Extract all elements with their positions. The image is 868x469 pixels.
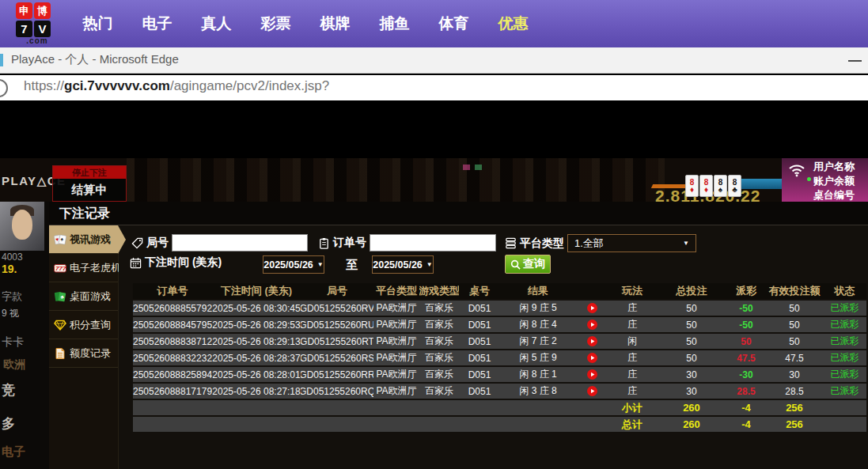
tag-icon bbox=[131, 237, 143, 249]
nav-item-优惠[interactable]: 优惠 bbox=[483, 0, 543, 47]
nav-item-真人[interactable]: 真人 bbox=[187, 0, 246, 47]
cell-result: 闲 3 庄 8 bbox=[500, 384, 576, 399]
summary-payout: -4 bbox=[726, 417, 766, 432]
cell-round-id: GD051255260RU bbox=[301, 317, 373, 332]
round-filter: 局号 bbox=[131, 234, 308, 252]
chevron-down-icon: ▼ bbox=[426, 261, 433, 268]
minimize-button[interactable] bbox=[848, 60, 862, 62]
clipboard-icon bbox=[318, 237, 330, 249]
table-row: 2505260888557922025-05-26 08:30:45GD0512… bbox=[133, 301, 866, 316]
table-row: 2505260888258942025-05-26 08:28:01GD0512… bbox=[133, 367, 866, 382]
table-row: 2505260888322322025-05-26 08:28:37GD0512… bbox=[133, 350, 866, 365]
nav-item-体育[interactable]: 体育 bbox=[424, 0, 483, 47]
game-status-box: 停止下注 结算中 bbox=[52, 165, 127, 202]
cell-empty bbox=[823, 417, 866, 432]
panel-title: 下注记录 bbox=[49, 202, 868, 225]
column-header: 总投注 bbox=[657, 283, 726, 299]
cell-empty bbox=[133, 417, 212, 432]
play-video-icon[interactable] bbox=[576, 350, 608, 365]
sidebar-item-桌面游戏[interactable]: ♣桌面游戏 bbox=[49, 282, 118, 311]
chevron-down-icon: ▼ bbox=[317, 261, 324, 268]
table-row: 2505260888387122025-05-26 08:29:13GD0512… bbox=[133, 334, 866, 349]
column-header: 有效投注额 bbox=[766, 283, 823, 299]
cell-empty bbox=[419, 400, 459, 415]
search-label: 查询 bbox=[523, 257, 545, 271]
cell-empty bbox=[133, 400, 212, 415]
slot-light-decor bbox=[475, 165, 482, 170]
sidebar-item-电子老虎机[interactable]: 777电子老虎机 bbox=[49, 254, 118, 282]
nav-item-电子[interactable]: 电子 bbox=[127, 0, 187, 47]
play-video-icon[interactable] bbox=[576, 367, 608, 382]
date-from-value: 2025/05/26 bbox=[263, 259, 313, 270]
logo-badge-shen: 申 bbox=[16, 2, 32, 19]
cell-result: 闲 7 庄 2 bbox=[500, 334, 576, 349]
order-input[interactable] bbox=[370, 234, 496, 252]
round-input[interactable] bbox=[172, 234, 308, 252]
nav-item-捕鱼[interactable]: 捕鱼 bbox=[365, 0, 424, 47]
search-icon bbox=[510, 259, 521, 270]
bet-time-label: 下注时间 (美东) bbox=[145, 255, 222, 270]
cell-valid-bet: 28.5 bbox=[766, 384, 823, 399]
account-label: 桌台编号 bbox=[813, 188, 855, 202]
account-label: 用户名称 bbox=[813, 160, 855, 174]
cell-valid-bet: 47.5 bbox=[766, 350, 823, 365]
round-label: 局号 bbox=[146, 236, 169, 250]
sidebar-item-积分查询[interactable]: 积分查询 bbox=[49, 311, 118, 339]
nav-item-热门[interactable]: 热门 bbox=[68, 0, 127, 47]
sidebar-item-额度记录[interactable]: 额度记录 bbox=[49, 339, 118, 368]
play-video-icon[interactable] bbox=[576, 334, 608, 349]
cell-total-bet: 50 bbox=[657, 317, 726, 332]
cell-table-number: D051 bbox=[459, 301, 500, 316]
cell-total-bet: 30 bbox=[657, 367, 726, 382]
date-from-select[interactable]: 2025/05/26 ▼ bbox=[263, 255, 324, 274]
background-text-fragment: 多 bbox=[2, 414, 15, 433]
cell-payout: -50 bbox=[726, 317, 766, 332]
cell-bet-time: 2025-05-26 08:27:18 bbox=[212, 384, 301, 399]
summary-label: 小计 bbox=[608, 400, 657, 415]
platform-select[interactable]: 1.全部 ▼ bbox=[567, 234, 696, 252]
site-logo[interactable]: 申 博 7 V .com bbox=[16, 2, 59, 48]
sidebar-item-视讯游戏[interactable]: ♥♠视讯游戏 bbox=[49, 225, 118, 254]
cell-bet-time: 2025-05-26 08:28:01 bbox=[212, 367, 301, 382]
platform-label: 平台类型 bbox=[520, 236, 564, 251]
cell-status: 已派彩 bbox=[823, 367, 866, 382]
cell-order-number: 250526088817179 bbox=[133, 384, 212, 399]
sidebar-item-label: 桌面游戏 bbox=[70, 289, 111, 304]
cell-empty bbox=[419, 417, 459, 432]
cell-status: 已派彩 bbox=[823, 350, 866, 365]
sidebar-item-label: 积分查询 bbox=[70, 318, 111, 332]
cell-round-id: GD051255260RT bbox=[301, 334, 373, 349]
url-text[interactable]: https://gci.7vvvvvv.com/agingame/pcv2/in… bbox=[24, 78, 329, 94]
nav-item-彩票[interactable]: 彩票 bbox=[246, 0, 305, 47]
column-header bbox=[576, 283, 608, 299]
table-games-icon: ♣ bbox=[54, 290, 66, 303]
column-header: 状态 bbox=[823, 283, 866, 299]
cell-round-id: GD051255260RS bbox=[301, 350, 373, 365]
cell-platform: PA欧洲厅 bbox=[373, 367, 419, 382]
table-header-row: 订单号下注时间 (美东)局号平台类型游戏类型桌号结果玩法总投注派彩有效投注额状态 bbox=[133, 283, 866, 299]
background-text-fragment: 欧洲 bbox=[3, 357, 25, 372]
column-header: 局号 bbox=[301, 283, 373, 299]
date-to-select[interactable]: 2025/05/26 ▼ bbox=[372, 255, 434, 274]
cell-total-bet: 50 bbox=[657, 334, 726, 349]
play-video-icon[interactable] bbox=[576, 301, 608, 316]
cell-play-type: 庄 bbox=[608, 367, 657, 382]
page-black-band bbox=[0, 103, 868, 158]
search-button[interactable]: 查询 bbox=[505, 255, 551, 274]
play-video-icon[interactable] bbox=[576, 317, 608, 332]
cell-game-type: 百家乐 bbox=[419, 317, 459, 332]
cell-play-type: 庄 bbox=[608, 350, 657, 365]
logo-v: V bbox=[34, 21, 51, 37]
date-to-value: 2025/05/26 bbox=[373, 259, 423, 270]
summary-row-总计: 总计260-4256 bbox=[133, 417, 866, 432]
cell-round-id: GD051255260RQ bbox=[301, 384, 373, 399]
bet-records-panel: 下注记录 ♥♠视讯游戏777电子老虎机♣桌面游戏积分查询额度记录 局号 bbox=[49, 202, 868, 469]
site-nav-items: 热门电子真人彩票棋牌捕鱼体育优惠 bbox=[68, 0, 543, 47]
cell-table-number: D051 bbox=[459, 350, 500, 365]
play-video-icon[interactable] bbox=[576, 384, 608, 399]
cell-empty bbox=[500, 417, 576, 432]
nav-item-棋牌[interactable]: 棋牌 bbox=[305, 0, 365, 47]
cell-game-type: 百家乐 bbox=[419, 334, 459, 349]
background-text-fragment: 电子 bbox=[2, 444, 25, 460]
cell-valid-bet: 30 bbox=[766, 367, 823, 382]
